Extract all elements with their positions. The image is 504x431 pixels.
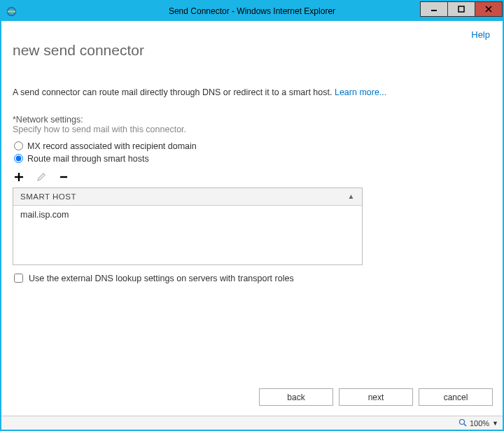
- cancel-button[interactable]: cancel: [419, 388, 493, 406]
- radio-sh-label: Route mail through smart hosts: [27, 154, 149, 164]
- external-dns-checkbox-row[interactable]: Use the external DNS lookup settings on …: [13, 274, 491, 283]
- grid-row[interactable]: mail.isp.com: [20, 210, 355, 220]
- minimize-button[interactable]: [420, 1, 448, 17]
- chevron-down-icon[interactable]: ▼: [492, 420, 498, 427]
- back-button[interactable]: back: [259, 388, 333, 406]
- remove-button[interactable]: [57, 171, 70, 183]
- next-button[interactable]: next: [339, 388, 413, 406]
- svg-line-9: [464, 424, 466, 426]
- grid-body[interactable]: mail.isp.com: [13, 206, 362, 264]
- description-text: A send connector can route mail directly…: [13, 87, 335, 97]
- zoom-icon: [458, 418, 467, 428]
- window-controls: [421, 1, 503, 21]
- sort-asc-icon: ▲: [348, 192, 355, 200]
- radio-smart-host[interactable]: Route mail through smart hosts: [13, 154, 491, 164]
- close-button[interactable]: [475, 1, 503, 17]
- network-settings-label: *Network settings:: [13, 115, 491, 125]
- network-settings-sub: Specify how to send mail with this conne…: [13, 125, 491, 134]
- ie-icon: [6, 6, 17, 17]
- help-link[interactable]: Help: [471, 29, 490, 40]
- statusbar: 100% ▼: [1, 416, 503, 430]
- footer-buttons: back next cancel: [259, 388, 493, 406]
- add-button[interactable]: [13, 171, 25, 183]
- svg-point-8: [459, 419, 464, 424]
- grid-header-text: SMART HOST: [20, 192, 76, 201]
- smart-host-grid: SMART HOST ▲ mail.isp.com: [13, 188, 363, 265]
- edit-button[interactable]: [35, 171, 48, 183]
- titlebar: Send Connector - Windows Internet Explor…: [1, 1, 503, 21]
- radio-mx-label: MX record associated with recipient doma…: [27, 141, 197, 151]
- external-dns-label: Use the external DNS lookup settings on …: [29, 274, 294, 283]
- maximize-button[interactable]: [447, 1, 475, 17]
- svg-rect-2: [458, 6, 464, 12]
- radio-mx-record[interactable]: MX record associated with recipient doma…: [13, 141, 491, 151]
- page-title: new send connector: [13, 42, 491, 59]
- radio-mx-input[interactable]: [14, 141, 23, 150]
- learn-more-link[interactable]: Learn more...: [335, 87, 386, 97]
- zoom-control[interactable]: 100% ▼: [458, 418, 498, 428]
- content-area: Help new send connector A send connector…: [1, 21, 503, 414]
- grid-column-header[interactable]: SMART HOST ▲: [13, 188, 362, 206]
- radio-sh-input[interactable]: [14, 154, 23, 163]
- external-dns-checkbox[interactable]: [14, 274, 23, 283]
- grid-toolbar: [13, 171, 491, 183]
- description: A send connector can route mail directly…: [13, 87, 491, 99]
- zoom-value: 100%: [470, 419, 489, 428]
